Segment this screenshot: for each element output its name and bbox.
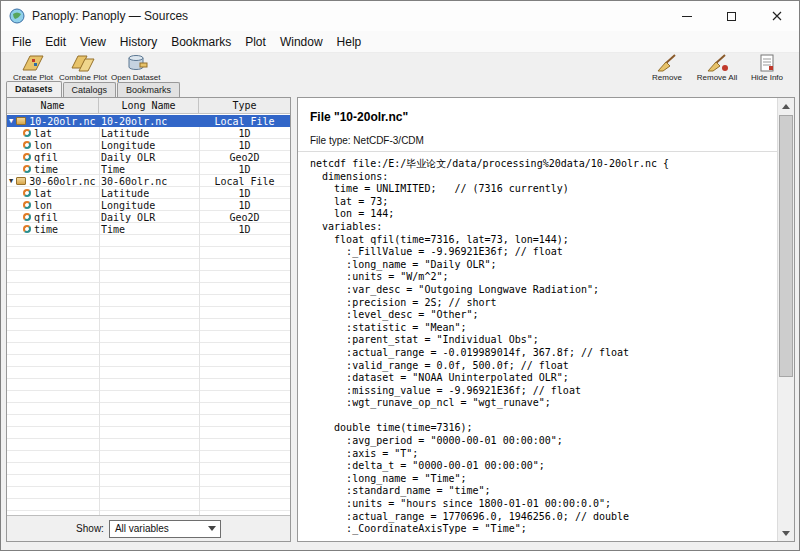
row-type: Local File xyxy=(199,175,290,187)
file-title: File "10-20olr.nc" xyxy=(310,110,794,124)
scroll-down-icon xyxy=(782,531,790,536)
toolbar-right-group: Remove Remove All xyxy=(645,53,789,82)
tab-bookmarks[interactable]: Bookmarks xyxy=(117,82,180,97)
expander-icon[interactable]: ▼ xyxy=(9,118,13,125)
table-row[interactable]: qfilDaily OLRGeo2D xyxy=(7,211,290,223)
info-scrollbar[interactable] xyxy=(777,98,794,541)
table-row[interactable]: ▼10-20olr.nc10-20olr.ncLocal File xyxy=(7,115,290,127)
combine-plot-label: Combine Plot xyxy=(59,73,107,82)
menu-window[interactable]: Window xyxy=(273,33,330,51)
chevron-down-icon xyxy=(205,521,220,537)
row-long-name: Daily OLR xyxy=(99,151,199,163)
remove-all-icon xyxy=(704,53,730,73)
table-row[interactable]: qfilDaily OLRGeo2D xyxy=(7,151,290,163)
table-row[interactable]: lonLongitude1D xyxy=(7,199,290,211)
expander-icon[interactable]: ▼ xyxy=(9,178,13,185)
row-long-name: Longitude xyxy=(99,139,199,151)
row-name: lon xyxy=(34,200,52,211)
row-long-name: Latitude xyxy=(99,187,199,199)
tab-catalogs[interactable]: Catalogs xyxy=(63,82,117,97)
row-long-name: Time xyxy=(99,223,199,235)
table-row[interactable]: latLatitude1D xyxy=(7,127,290,139)
row-name: qfil xyxy=(34,212,58,223)
minimize-icon xyxy=(682,16,692,17)
menu-help[interactable]: Help xyxy=(330,33,369,51)
remove-icon xyxy=(654,53,680,73)
row-long-name: 10-20olr.nc xyxy=(99,115,199,127)
menu-view[interactable]: View xyxy=(73,33,113,51)
dataset-icon xyxy=(16,177,26,185)
column-header-type[interactable]: Type xyxy=(199,98,290,113)
variable-icon xyxy=(23,213,31,221)
variable-icon xyxy=(23,165,31,173)
row-type: Geo2D xyxy=(199,151,290,163)
row-name: time xyxy=(34,164,58,175)
table-row[interactable]: latLatitude1D xyxy=(7,187,290,199)
scroll-up-button[interactable] xyxy=(778,98,794,114)
row-name: time xyxy=(34,224,58,235)
create-plot-icon xyxy=(20,53,46,73)
tab-datasets[interactable]: Datasets xyxy=(6,81,62,97)
row-name: 10-20olr.nc xyxy=(29,116,95,127)
row-type: 1D xyxy=(199,127,290,139)
menu-plot[interactable]: Plot xyxy=(238,33,273,51)
table-header: Name Long Name Type xyxy=(7,98,290,114)
row-long-name: 30-60olr.nc xyxy=(99,175,199,187)
open-dataset-button[interactable]: Open Dataset xyxy=(111,53,160,82)
row-type: 1D xyxy=(199,139,290,151)
netcdf-dump: netcdf file:/E:/毕业论文/data/processing%20d… xyxy=(310,158,794,536)
table-row[interactable]: ▼30-60olr.nc30-60olr.ncLocal File xyxy=(7,175,290,187)
row-long-name: Time xyxy=(99,163,199,175)
file-type: File type: NetCDF-3/CDM xyxy=(310,135,794,146)
scroll-down-button[interactable] xyxy=(778,525,794,541)
combine-plot-icon xyxy=(70,53,96,73)
variable-icon xyxy=(23,129,31,137)
table-row[interactable]: timeTime1D xyxy=(7,163,290,175)
menu-edit[interactable]: Edit xyxy=(38,33,73,51)
menu-file[interactable]: File xyxy=(5,33,38,51)
row-type: 1D xyxy=(199,223,290,235)
create-plot-button[interactable]: Create Plot xyxy=(11,53,55,82)
combine-plot-button[interactable]: Combine Plot xyxy=(59,53,107,82)
remove-label: Remove xyxy=(652,73,682,82)
menu-history[interactable]: History xyxy=(113,33,164,51)
window-controls xyxy=(664,1,799,31)
row-name: lat xyxy=(34,128,52,139)
table-row[interactable]: lonLongitude1D xyxy=(7,139,290,151)
row-name: lat xyxy=(34,188,52,199)
maximize-button[interactable] xyxy=(709,1,754,31)
variable-icon xyxy=(23,189,31,197)
variable-filter-dropdown[interactable]: All variables xyxy=(109,520,221,538)
table-footer: Show: All variables xyxy=(7,515,290,541)
variable-icon xyxy=(23,225,31,233)
row-type: 1D xyxy=(199,199,290,211)
scroll-up-icon xyxy=(782,104,790,109)
table-row[interactable]: timeTime1D xyxy=(7,223,290,235)
app-icon xyxy=(9,8,25,24)
hide-info-icon xyxy=(754,53,780,73)
close-button[interactable] xyxy=(754,1,799,31)
remove-button[interactable]: Remove xyxy=(645,53,689,82)
scrollbar-thumb[interactable] xyxy=(779,115,793,377)
remove-all-label: Remove All xyxy=(697,73,737,82)
tab-bar: Datasets Catalogs Bookmarks xyxy=(6,82,180,97)
row-type: Geo2D xyxy=(199,211,290,223)
variable-filter-value: All variables xyxy=(115,523,169,534)
variable-icon xyxy=(23,153,31,161)
remove-all-button[interactable]: Remove All xyxy=(695,53,739,82)
menu-bookmarks[interactable]: Bookmarks xyxy=(164,33,238,51)
row-name: lon xyxy=(34,140,52,151)
variable-icon xyxy=(23,141,31,149)
column-header-long-name[interactable]: Long Name xyxy=(99,98,199,113)
row-type: 1D xyxy=(199,163,290,175)
variable-icon xyxy=(23,201,31,209)
column-header-name[interactable]: Name xyxy=(7,98,99,113)
minimize-button[interactable] xyxy=(664,1,709,31)
row-long-name: Daily OLR xyxy=(99,211,199,223)
hide-info-label: Hide Info xyxy=(751,73,783,82)
hide-info-button[interactable]: Hide Info xyxy=(745,53,789,82)
dataset-icon xyxy=(16,117,26,125)
titlebar: Panoply: Panoply — Sources xyxy=(1,1,799,31)
info-separator xyxy=(298,151,777,152)
open-dataset-label: Open Dataset xyxy=(111,73,160,82)
